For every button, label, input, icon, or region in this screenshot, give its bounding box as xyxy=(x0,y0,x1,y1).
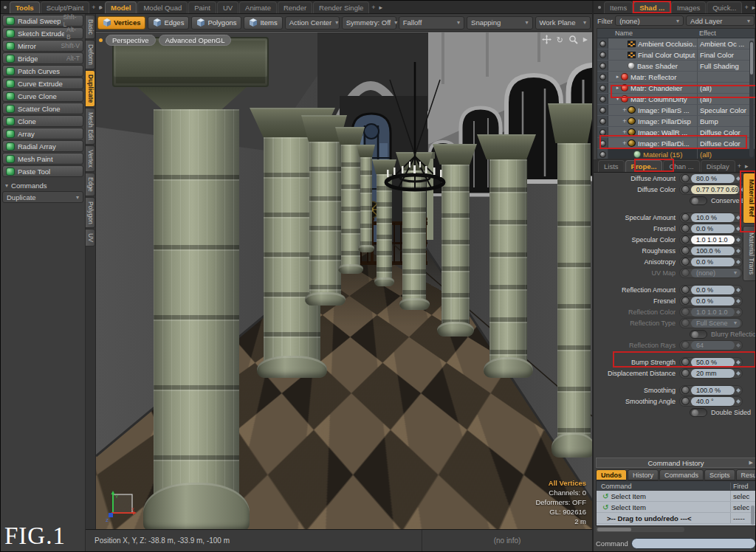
layer-ambient-occlusion[interactable]: Ambient Occlusio... Ambient Oc ... xyxy=(597,38,755,49)
layer-matr-columndirty[interactable]: Matr: ColumnDirty (all) xyxy=(597,94,755,105)
tool-mirror[interactable]: MirrorShift-V xyxy=(2,40,83,52)
orbit-icon[interactable]: ↻ xyxy=(557,35,563,44)
visibility-cell[interactable] xyxy=(597,83,608,93)
tab-model-quad[interactable]: Model Quad xyxy=(137,1,188,13)
channel-button[interactable] xyxy=(681,319,690,327)
tool-curve-extrude[interactable]: Curve Extrude xyxy=(2,77,83,89)
tool-patch-curves[interactable]: Patch Curves xyxy=(2,65,83,77)
category-tab-edge[interactable]: Edge xyxy=(86,173,95,196)
eye-icon[interactable] xyxy=(599,52,606,58)
value-field[interactable]: 10.0 % xyxy=(691,213,735,222)
dropdown-field[interactable]: Full Scene xyxy=(691,319,740,328)
tab-commands[interactable]: Commands xyxy=(659,469,704,480)
toggle-switch[interactable] xyxy=(690,408,707,417)
undo-drag-marker-row[interactable]: >-- Drag to undo/redo ---< ----- xyxy=(597,513,755,524)
channel-button[interactable] xyxy=(681,369,690,377)
category-tab-deform[interactable]: Deform xyxy=(86,40,95,69)
visibility-cell[interactable] xyxy=(597,138,608,148)
value-field[interactable]: 20 mm xyxy=(691,369,735,378)
layer-base-shader[interactable]: Base Shader Full Shading xyxy=(597,61,755,72)
category-tab-basic[interactable]: Basic xyxy=(86,15,95,39)
channel-button[interactable] xyxy=(681,185,690,193)
eye-icon[interactable] xyxy=(599,63,606,69)
spinner-icon[interactable] xyxy=(736,343,740,348)
add-layer-dropdown[interactable]: Add Layer xyxy=(686,15,755,26)
channel-button[interactable] xyxy=(681,213,690,221)
eye-icon[interactable] xyxy=(599,151,606,158)
tool-array[interactable]: Array xyxy=(2,128,83,139)
category-tab-mesh-edit[interactable]: Mesh Edit xyxy=(86,108,95,145)
spinner-icon[interactable] xyxy=(736,360,740,365)
layer-image-wallr[interactable]: Image: WallR ... Diffuse Color xyxy=(597,127,755,138)
visibility-cell[interactable] xyxy=(597,49,608,60)
channel-button[interactable] xyxy=(681,269,690,277)
eye-icon[interactable] xyxy=(599,85,606,92)
falloff-dropdown[interactable]: Falloff xyxy=(399,16,464,30)
spinner-icon[interactable] xyxy=(736,260,740,264)
mode-polygons-button[interactable]: Polygons xyxy=(191,16,241,30)
expand-icon[interactable] xyxy=(614,96,621,102)
tool-paste-tool[interactable]: Paste Tool xyxy=(2,165,83,177)
undo-list-hscrollbar[interactable] xyxy=(596,527,684,532)
add-tab-icon[interactable] xyxy=(743,4,749,13)
layer-image-pillardisp[interactable]: Image: PillarDisp Bump xyxy=(597,116,755,127)
eye-icon[interactable] xyxy=(599,41,606,47)
visibility-cell[interactable] xyxy=(597,149,608,159)
channel-button[interactable] xyxy=(681,308,690,316)
layer-image-pillardi[interactable]: Image: PillarDi... Diffuse Color xyxy=(597,138,755,149)
tab-display[interactable]: Display xyxy=(701,160,735,172)
mode-vertices-button[interactable]: Vertices xyxy=(97,16,145,30)
toggle-switch[interactable] xyxy=(690,330,707,339)
visibility-cell[interactable] xyxy=(597,72,608,82)
tab-animate[interactable]: Animate xyxy=(239,1,277,13)
toggle-switch[interactable] xyxy=(690,196,707,205)
visibility-cell[interactable] xyxy=(597,127,608,137)
mode-items-button[interactable]: Items xyxy=(244,16,282,30)
spinner-icon[interactable] xyxy=(736,249,740,253)
spinner-icon[interactable] xyxy=(736,238,740,242)
render-mode-button[interactable]: Advanced OpenGL xyxy=(159,35,232,46)
channel-button[interactable] xyxy=(681,386,690,394)
value-field[interactable]: 0.0 % xyxy=(691,224,735,233)
tab-items[interactable]: Items xyxy=(604,1,633,13)
zoom-icon[interactable] xyxy=(568,35,578,44)
eye-icon[interactable] xyxy=(599,129,606,136)
duplicate-command-dropdown[interactable]: Duplicate xyxy=(2,191,83,203)
eye-icon[interactable] xyxy=(599,107,606,114)
tab-material-trans[interactable]: Material Trans xyxy=(743,226,756,281)
channel-button[interactable] xyxy=(681,286,690,294)
layer-matr-chandelier[interactable]: Matr: Chandelier (all) xyxy=(597,83,755,94)
tab-images[interactable]: Images xyxy=(671,1,706,13)
undo-list-scrollbar[interactable] xyxy=(751,506,755,525)
tool-radial-array[interactable]: Radial Array xyxy=(2,140,83,152)
filter-dropdown[interactable]: (none) xyxy=(615,15,684,26)
tool-mesh-paint[interactable]: Mesh Paint xyxy=(2,153,83,165)
tab-render[interactable]: Render xyxy=(278,1,312,13)
add-tab-icon[interactable] xyxy=(736,162,743,172)
spinner-icon[interactable] xyxy=(736,399,740,404)
channel-button[interactable] xyxy=(681,358,690,366)
tab-sculpt-paint[interactable]: Sculpt/Paint xyxy=(41,1,90,13)
pan-icon[interactable] xyxy=(542,35,551,44)
tab-overflow-icon[interactable] xyxy=(743,162,750,172)
tab-lists[interactable]: Lists xyxy=(598,160,625,172)
spinner-icon[interactable] xyxy=(736,310,740,314)
channel-button[interactable] xyxy=(681,235,690,244)
tab-paint[interactable]: Paint xyxy=(188,1,216,13)
tab-undos[interactable]: Undos xyxy=(596,469,627,480)
tab-history[interactable]: History xyxy=(628,469,659,480)
eye-icon[interactable] xyxy=(599,74,606,80)
channel-button[interactable] xyxy=(681,341,690,349)
tab-render-single[interactable]: Render Single xyxy=(313,1,369,13)
layer-final-color-output[interactable]: Final Color Output Final Color xyxy=(597,49,755,61)
tab-channels[interactable]: Chan ... xyxy=(663,160,699,172)
visibility-cell[interactable] xyxy=(597,116,608,126)
visibility-cell[interactable] xyxy=(597,61,608,71)
category-tab-vertex[interactable]: Vertex xyxy=(86,145,95,172)
tab-quick[interactable]: Quick... xyxy=(707,1,742,13)
expand-icon[interactable] xyxy=(614,74,621,80)
spinner-icon[interactable] xyxy=(736,288,740,292)
spinner-icon[interactable] xyxy=(736,227,740,231)
work-plane-dropdown[interactable]: Work Plane xyxy=(535,16,591,30)
action-center-dropdown[interactable]: Action Center xyxy=(285,16,340,30)
